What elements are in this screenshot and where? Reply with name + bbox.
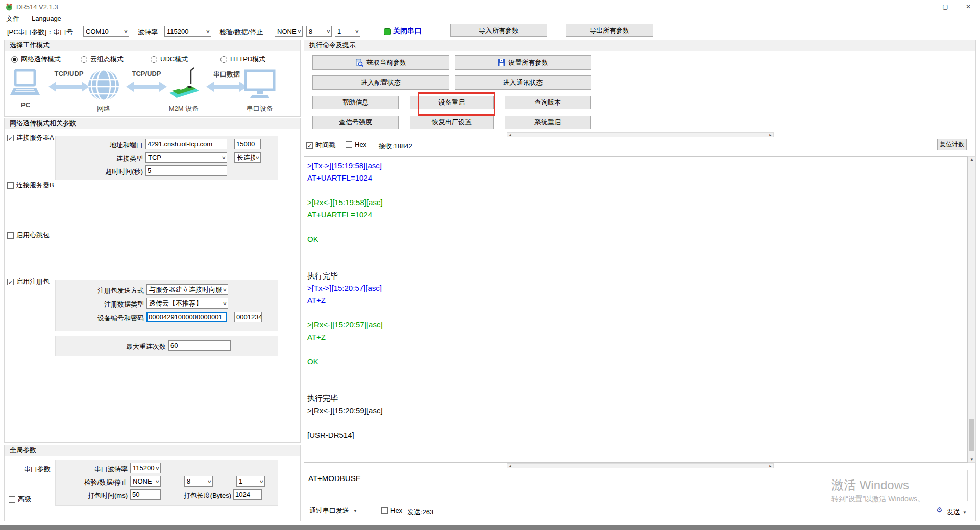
close-port-button[interactable]: 关闭串口 bbox=[393, 27, 422, 36]
radio-label: HTTPD模式 bbox=[230, 55, 265, 64]
scroll-left-icon[interactable]: ◄ bbox=[508, 133, 512, 137]
radio-cloud-mode[interactable]: 云组态模式 bbox=[81, 55, 124, 64]
log-line bbox=[307, 417, 967, 429]
log-bottom-hscrollbar[interactable]: ◄ ► bbox=[507, 463, 774, 468]
minimize-button[interactable]: – bbox=[912, 0, 934, 13]
conn-type-value: TCP bbox=[148, 154, 221, 161]
import-params-label: 导入所有参数 bbox=[479, 26, 519, 35]
server-a-checkbox[interactable]: ✓ 连接服务器A bbox=[7, 133, 54, 142]
server-a-address-field[interactable]: 4291.cnsh.iot-tcp.com bbox=[145, 139, 227, 149]
set-params-button[interactable]: 设置所有参数 bbox=[455, 55, 591, 70]
max-reconnect-label: 最大重连次数 bbox=[105, 342, 166, 351]
pack-time-field[interactable]: 50 bbox=[130, 489, 161, 500]
query-version-button[interactable]: 查询版本 bbox=[505, 96, 591, 109]
global-stopbits-select[interactable]: 1 ∨ bbox=[236, 476, 265, 487]
command-header: 执行命令及提示 bbox=[304, 40, 975, 51]
arrow-bidirectional-icon bbox=[48, 81, 89, 93]
baud-select[interactable]: 115200 ∨ bbox=[164, 26, 211, 37]
enter-comm-button[interactable]: 进入通讯状态 bbox=[455, 75, 591, 90]
send-button[interactable]: 发送 ▼ bbox=[947, 508, 967, 517]
scroll-right-icon[interactable]: ► bbox=[769, 464, 772, 468]
reg-type-label: 注册数据类型 bbox=[83, 300, 144, 309]
device-password-field[interactable]: 0001234 bbox=[234, 312, 262, 322]
log-line: 执行完毕 bbox=[307, 392, 967, 405]
log-output-area[interactable]: >[Tx->][15:19:58][asc] AT+UARTFL=1024 >[… bbox=[304, 156, 968, 463]
advanced-checkbox[interactable]: 高级 bbox=[9, 495, 31, 504]
radio-httpd-mode[interactable]: HTTPD模式 bbox=[220, 55, 265, 64]
conn-type-select[interactable]: TCP ∨ bbox=[145, 152, 227, 163]
get-params-button[interactable]: 获取当前参数 bbox=[312, 55, 449, 70]
arrow-bidirectional-icon bbox=[126, 81, 167, 93]
heartbeat-checkbox[interactable]: 启用心跳包 bbox=[7, 231, 50, 240]
server-b-checkbox[interactable]: 连接服务器B bbox=[7, 181, 54, 190]
menu-language[interactable]: Language bbox=[32, 15, 61, 22]
regpack-checkbox[interactable]: ✓ 启用注册包 bbox=[7, 277, 50, 286]
factory-reset-button[interactable]: 恢复出厂设置 bbox=[410, 116, 494, 129]
global-databits-select[interactable]: 8 ∨ bbox=[184, 476, 213, 487]
stopbits-select[interactable]: 1 ∨ bbox=[335, 26, 360, 37]
help-button[interactable]: 帮助信息 bbox=[312, 96, 399, 109]
maximize-button[interactable]: ▢ bbox=[934, 0, 957, 13]
gear-icon: ⚙ bbox=[936, 506, 943, 514]
scroll-down-icon[interactable]: ▼ bbox=[968, 457, 975, 462]
diagram-node-serial-label: 串口设备 bbox=[244, 104, 276, 113]
log-line: >[Tx->][15:19:58][asc] bbox=[307, 160, 967, 172]
reg-type-select[interactable]: 透传云【不推荐】 ∨ bbox=[146, 298, 228, 309]
reg-send-select[interactable]: 与服务器建立连接时向服务 ∨ bbox=[146, 284, 228, 295]
export-params-label: 导出所有参数 bbox=[590, 26, 629, 35]
send-via-dropdown[interactable]: 通过串口发送 ▼ bbox=[309, 506, 357, 515]
parity-value: NONE bbox=[277, 28, 297, 35]
max-reconnect-field[interactable]: 60 bbox=[168, 340, 231, 351]
parity-label: 检验/数据/停止 bbox=[219, 28, 263, 37]
parity-select[interactable]: NONE ∨ bbox=[275, 26, 303, 37]
log-hex-checkbox[interactable]: Hex bbox=[346, 141, 366, 148]
log-top-hscrollbar[interactable]: ◄ ► bbox=[507, 132, 774, 137]
menu-file[interactable]: 文件 bbox=[6, 14, 19, 23]
global-baud-value: 115200 bbox=[133, 464, 155, 472]
enter-comm-label: 进入通讯状态 bbox=[503, 78, 543, 87]
device-restart-button[interactable]: 设备重启 bbox=[410, 96, 494, 109]
com-port-select[interactable]: COM10 ∨ bbox=[83, 26, 129, 37]
device-id-field[interactable]: 00004291000000000001 bbox=[146, 312, 227, 322]
scroll-up-icon[interactable]: ▲ bbox=[968, 157, 975, 162]
log-line bbox=[307, 368, 967, 380]
menu-bar: 文件 Language bbox=[0, 13, 980, 24]
log-line bbox=[307, 184, 967, 196]
global-baud-select[interactable]: 115200 ∨ bbox=[130, 463, 161, 473]
set-params-label: 设置所有参数 bbox=[508, 58, 548, 67]
radio-net-transparent-mode[interactable]: 网络透传模式 bbox=[11, 55, 61, 64]
conn-keep-select[interactable]: 长连接 ∨ bbox=[234, 152, 261, 163]
databits-select[interactable]: 8 ∨ bbox=[306, 26, 332, 37]
diagram-link2-label: TCP/UDP bbox=[126, 70, 167, 78]
system-restart-button[interactable]: 系统重启 bbox=[505, 116, 591, 129]
reset-count-button[interactable]: 复位计数 bbox=[937, 139, 967, 150]
timeout-field[interactable]: 5 bbox=[145, 165, 227, 176]
signal-strength-button[interactable]: 查信号强度 bbox=[312, 116, 399, 129]
server-a-port-field[interactable]: 15000 bbox=[234, 139, 261, 149]
diagram-node-pc-label: PC bbox=[10, 101, 41, 109]
chevron-down-icon: ∨ bbox=[326, 29, 331, 34]
global-databits-value: 8 bbox=[187, 477, 207, 485]
send-button-label: 发送 bbox=[947, 508, 960, 517]
export-params-button[interactable]: 导出所有参数 bbox=[566, 24, 653, 37]
reset-count-label: 复位计数 bbox=[940, 140, 964, 149]
sent-count: 发送:263 bbox=[407, 508, 433, 517]
send-hex-checkbox[interactable]: Hex bbox=[381, 507, 402, 514]
scroll-left-icon[interactable]: ◄ bbox=[508, 464, 512, 468]
enter-config-button[interactable]: 进入配置状态 bbox=[312, 75, 449, 90]
work-mode-header: 选择工作模式 bbox=[5, 40, 300, 51]
pack-len-field[interactable]: 1024 bbox=[233, 489, 262, 500]
checkbox-check-icon: ✓ bbox=[306, 142, 313, 149]
import-params-button[interactable]: 导入所有参数 bbox=[450, 24, 547, 37]
server-a-label: 连接服务器A bbox=[16, 133, 54, 142]
timestamp-checkbox[interactable]: ✓ 时间戳 bbox=[306, 141, 335, 150]
pc-laptop-icon bbox=[10, 69, 41, 99]
port-open-indicator-icon bbox=[384, 28, 391, 35]
windows-activation-watermark: 激活 Windows bbox=[831, 477, 909, 493]
log-vscrollbar[interactable]: ▲ ▼ bbox=[968, 156, 976, 463]
radio-udc-mode[interactable]: UDC模式 bbox=[151, 55, 188, 64]
close-button[interactable]: ✕ bbox=[957, 0, 980, 13]
scrollbar-thumb[interactable] bbox=[969, 419, 974, 451]
scroll-right-icon[interactable]: ► bbox=[769, 133, 772, 137]
global-parity-select[interactable]: NONE ∨ bbox=[130, 476, 161, 487]
